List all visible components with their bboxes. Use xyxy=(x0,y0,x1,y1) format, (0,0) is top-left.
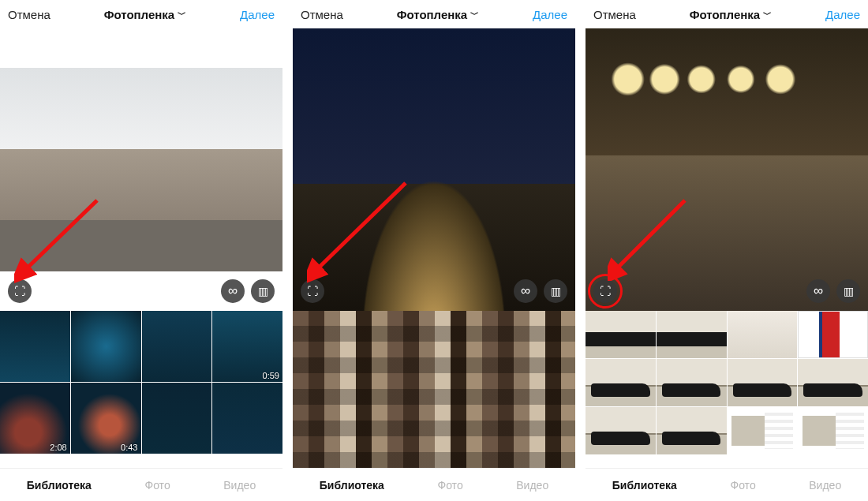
phone-screen-1: Отмена Фотопленка ﹀ Далее ⛶ ∞ ▥ 0 xyxy=(0,0,282,501)
expand-icon: ⛶ xyxy=(307,285,318,297)
album-picker[interactable]: Фотопленка ﹀ xyxy=(690,8,773,21)
multi-select-button[interactable]: ▥ xyxy=(544,279,567,303)
expand-icon: ⛶ xyxy=(600,285,611,297)
gallery-thumb[interactable] xyxy=(657,407,727,454)
gallery-thumb[interactable]: 0:59 xyxy=(212,311,282,382)
tab-photo[interactable]: Фото xyxy=(145,479,170,492)
gallery-grid[interactable] xyxy=(586,311,868,468)
video-duration: 0:59 xyxy=(263,371,279,380)
tab-video[interactable]: Видео xyxy=(809,479,841,492)
boomerang-button[interactable]: ∞ xyxy=(514,279,537,303)
boomerang-button[interactable]: ∞ xyxy=(806,279,830,303)
gallery-thumb[interactable] xyxy=(586,359,656,406)
next-button[interactable]: Далее xyxy=(533,8,567,21)
multi-select-button[interactable]: ▥ xyxy=(251,279,275,303)
gallery-thumb[interactable] xyxy=(657,359,727,406)
gallery-thumb[interactable] xyxy=(212,383,282,454)
chevron-down-icon: ﹀ xyxy=(470,9,479,21)
expand-icon: ⛶ xyxy=(14,285,25,297)
preview-image xyxy=(293,28,575,311)
tab-library[interactable]: Библиотека xyxy=(320,479,384,492)
gallery-thumb[interactable] xyxy=(798,407,868,454)
album-picker[interactable]: Фотопленка ﹀ xyxy=(104,8,187,21)
gallery-thumb[interactable]: 0:43 xyxy=(71,383,141,454)
layout-icon: ▥ xyxy=(844,285,854,297)
boomerang-button[interactable]: ∞ xyxy=(221,279,245,303)
cancel-button[interactable]: Отмена xyxy=(301,8,343,21)
next-button[interactable]: Далее xyxy=(240,8,275,21)
gallery-thumb[interactable] xyxy=(586,311,656,358)
gallery-thumb[interactable] xyxy=(0,311,70,382)
preview-image xyxy=(586,28,868,311)
gallery-blurred xyxy=(293,311,575,468)
layout-icon: ▥ xyxy=(551,285,561,297)
gallery-thumb[interactable] xyxy=(728,407,798,454)
video-duration: 2:08 xyxy=(50,443,66,452)
phone-screen-3: Отмена Фотопленка ﹀ Далее ⛶ ∞ ▥ xyxy=(586,0,868,501)
album-title: Фотопленка xyxy=(690,8,761,21)
cancel-button[interactable]: Отмена xyxy=(593,8,636,21)
gallery-thumb[interactable] xyxy=(586,407,656,454)
gallery-thumb[interactable] xyxy=(728,359,798,406)
phone-screen-2: Отмена Фотопленка ﹀ Далее ⛶ ∞ ▥ Библиоте… xyxy=(293,0,575,501)
tab-video[interactable]: Видео xyxy=(516,479,548,492)
tab-photo[interactable]: Фото xyxy=(731,479,756,492)
gallery-thumb[interactable] xyxy=(657,311,727,358)
gallery-thumb[interactable] xyxy=(71,311,141,382)
tab-video[interactable]: Видео xyxy=(223,479,256,492)
tab-library[interactable]: Библиотека xyxy=(27,479,92,492)
header-bar: Отмена Фотопленка ﹀ Далее xyxy=(586,0,868,28)
expand-crop-button[interactable]: ⛶ xyxy=(8,279,32,303)
header-bar: Отмена Фотопленка ﹀ Далее xyxy=(293,0,575,28)
bottom-tabs: Библиотека Фото Видео xyxy=(0,468,282,501)
video-duration: 0:43 xyxy=(121,443,137,452)
infinity-icon: ∞ xyxy=(814,283,823,299)
chevron-down-icon: ﹀ xyxy=(763,9,772,21)
bottom-tabs: Библиотека Фото Видео xyxy=(293,468,575,501)
cancel-button[interactable]: Отмена xyxy=(8,8,51,21)
expand-crop-button[interactable]: ⛶ xyxy=(593,279,617,303)
gallery-thumb[interactable] xyxy=(142,311,212,382)
layout-icon: ▥ xyxy=(258,285,268,297)
multi-select-button[interactable]: ▥ xyxy=(836,279,860,303)
photo-preview[interactable]: ⛶ ∞ ▥ xyxy=(0,28,282,311)
gallery-thumb[interactable]: 2:08 xyxy=(0,383,70,454)
header-bar: Отмена Фотопленка ﹀ Далее xyxy=(0,0,282,28)
gallery-thumb[interactable] xyxy=(798,359,868,406)
gallery-grid[interactable]: 0:59 2:08 0:43 xyxy=(0,311,282,468)
album-picker[interactable]: Фотопленка ﹀ xyxy=(397,8,480,21)
gallery-grid[interactable] xyxy=(293,311,575,468)
tab-photo[interactable]: Фото xyxy=(438,479,463,492)
chevron-down-icon: ﹀ xyxy=(178,9,186,21)
next-button[interactable]: Далее xyxy=(825,8,860,21)
photo-preview[interactable]: ⛶ ∞ ▥ xyxy=(293,28,575,311)
expand-crop-button[interactable]: ⛶ xyxy=(301,279,324,303)
bottom-tabs: Библиотека Фото Видео xyxy=(586,468,868,501)
infinity-icon: ∞ xyxy=(228,283,238,299)
gallery-thumb[interactable] xyxy=(798,311,868,358)
gallery-thumb[interactable] xyxy=(142,383,212,454)
album-title: Фотопленка xyxy=(397,8,468,21)
album-title: Фотопленка xyxy=(104,8,175,21)
photo-preview[interactable]: ⛶ ∞ ▥ xyxy=(586,28,868,311)
preview-image xyxy=(0,68,282,271)
tab-library[interactable]: Библиотека xyxy=(612,479,677,492)
gallery-thumb[interactable] xyxy=(728,311,798,358)
infinity-icon: ∞ xyxy=(521,283,530,299)
